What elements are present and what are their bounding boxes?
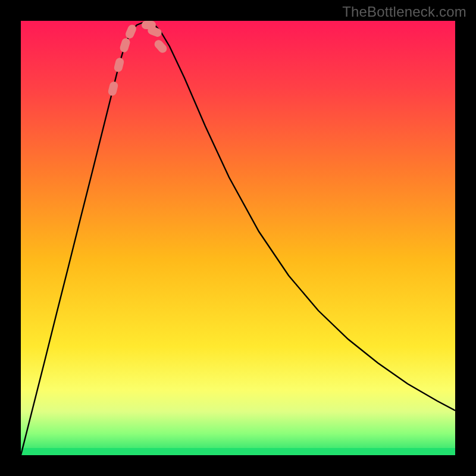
floor-stripe [21,448,455,455]
chart-frame: TheBottleneck.com [0,0,476,476]
bottleneck-chart [21,21,455,455]
watermark-text: TheBottleneck.com [342,4,466,20]
gradient-background [21,21,455,455]
